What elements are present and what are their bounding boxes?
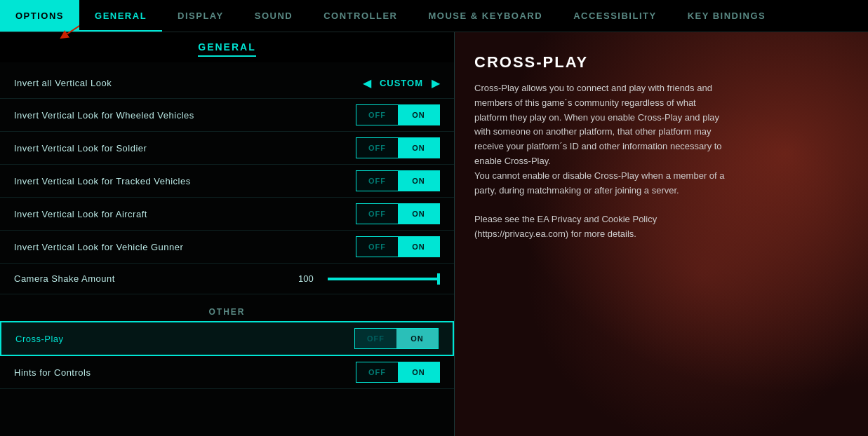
nav-sound[interactable]: SOUND — [239, 0, 308, 32]
slider-container-camera-shake: 100 — [298, 273, 440, 284]
toggle-off[interactable]: OFF — [356, 171, 398, 191]
crossplay-description: Cross-Play allows you to connect and pla… — [474, 81, 727, 242]
row-invert-tracked: Invert Vertical Look for Tracked Vehicle… — [0, 165, 454, 198]
toggle-on-cross-play[interactable]: ON — [396, 329, 438, 348]
slider-value: 100 — [298, 273, 319, 284]
toggle-invert-wheeled[interactable]: OFF ON — [356, 104, 440, 125]
prev-arrow-icon[interactable]: ◀ — [363, 76, 371, 90]
toggle-invert-gunner[interactable]: OFF ON — [356, 236, 440, 257]
toggle-on[interactable]: ON — [398, 171, 439, 191]
custom-value: CUSTOM — [380, 78, 423, 88]
label-invert-all: Invert all Vertical Look — [14, 78, 112, 88]
label-invert-wheeled: Invert Vertical Look for Wheeled Vehicle… — [14, 110, 194, 121]
label-hints-controls: Hints for Controls — [14, 367, 91, 378]
toggle-invert-aircraft[interactable]: OFF ON — [356, 203, 440, 224]
toggle-off-hints[interactable]: OFF — [356, 362, 398, 382]
nav-display[interactable]: DISPLAY — [162, 0, 239, 32]
toggle-on-hints[interactable]: ON — [398, 362, 439, 382]
nav-accessibility[interactable]: ACCESSIBILITY — [558, 0, 672, 32]
top-nav: OPTIONS GENERAL DISPLAY SOUND CONTROLLER… — [0, 0, 868, 32]
label-invert-soldier: Invert Vertical Look for Soldier — [14, 143, 147, 154]
row-invert-wheeled: Invert Vertical Look for Wheeled Vehicle… — [0, 99, 454, 132]
toggle-hints-controls[interactable]: OFF ON — [356, 362, 440, 383]
nav-general[interactable]: GENERAL — [79, 0, 162, 32]
main-layout: GENERAL Invert all Vertical Look ◀ CUSTO… — [0, 32, 868, 436]
toggle-on[interactable]: ON — [398, 204, 439, 224]
row-invert-all: Invert all Vertical Look ◀ CUSTOM ▶ — [0, 68, 454, 99]
custom-selector-invert-all[interactable]: ◀ CUSTOM ▶ — [363, 76, 440, 90]
nav-controller[interactable]: CONTROLLER — [308, 0, 413, 32]
slider-track[interactable] — [328, 278, 440, 280]
toggle-on[interactable]: ON — [398, 105, 439, 125]
right-panel: CROSS-PLAY Cross-Play allows you to conn… — [455, 32, 868, 436]
label-invert-tracked: Invert Vertical Look for Tracked Vehicle… — [14, 176, 191, 186]
section-title: GENERAL — [198, 41, 255, 57]
label-invert-aircraft: Invert Vertical Look for Aircraft — [14, 209, 147, 219]
row-hints-controls: Hints for Controls OFF ON — [0, 356, 454, 389]
slider-fill — [328, 278, 440, 280]
toggle-off[interactable]: OFF — [356, 237, 398, 257]
toggle-on[interactable]: ON — [398, 237, 439, 257]
nav-mouse-keyboard[interactable]: MOUSE & KEYBOARD — [413, 0, 558, 32]
row-invert-gunner: Invert Vertical Look for Vehicle Gunner … — [0, 231, 454, 264]
toggle-cross-play[interactable]: OFF ON — [354, 328, 439, 349]
toggle-off[interactable]: OFF — [356, 105, 398, 125]
toggle-off[interactable]: OFF — [356, 204, 398, 224]
crossplay-title: CROSS-PLAY — [474, 53, 848, 71]
row-invert-aircraft: Invert Vertical Look for Aircraft OFF ON — [0, 198, 454, 231]
toggle-invert-tracked[interactable]: OFF ON — [356, 170, 440, 191]
row-camera-shake: Camera Shake Amount 100 — [0, 264, 454, 294]
toggle-off-cross-play[interactable]: OFF — [355, 329, 396, 348]
label-cross-play: Cross-Play — [15, 334, 64, 344]
toggle-on[interactable]: ON — [398, 138, 439, 158]
nav-key-bindings[interactable]: KEY BINDINGS — [672, 0, 782, 32]
right-content: CROSS-PLAY Cross-Play allows you to conn… — [455, 32, 868, 263]
label-camera-shake: Camera Shake Amount — [14, 273, 115, 284]
left-panel: GENERAL Invert all Vertical Look ◀ CUSTO… — [0, 32, 455, 436]
slider-thumb[interactable] — [437, 273, 440, 285]
toggle-off[interactable]: OFF — [356, 138, 398, 158]
row-cross-play: Cross-Play OFF ON — [0, 321, 454, 356]
row-invert-soldier: Invert Vertical Look for Soldier OFF ON — [0, 132, 454, 165]
other-section-divider: OTHER — [0, 300, 454, 321]
toggle-invert-soldier[interactable]: OFF ON — [356, 137, 440, 158]
next-arrow-icon[interactable]: ▶ — [432, 76, 440, 90]
settings-list: Invert all Vertical Look ◀ CUSTOM ▶ Inve… — [0, 62, 454, 300]
label-invert-gunner: Invert Vertical Look for Vehicle Gunner — [14, 242, 183, 252]
